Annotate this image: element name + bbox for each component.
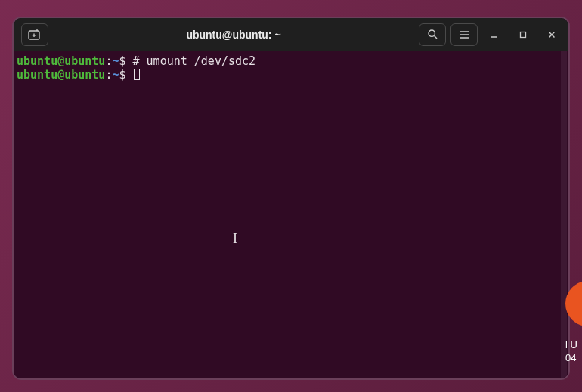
desktop-icon[interactable]: l U 04 <box>565 281 582 372</box>
command-text: # umount /dev/sdc2 <box>133 54 256 68</box>
menu-icon <box>459 30 469 39</box>
svg-line-6 <box>434 36 437 39</box>
terminal-line: ubuntu@ubuntu:~$ <box>17 68 565 82</box>
prompt-user: ubuntu@ubuntu <box>17 68 105 82</box>
new-tab-icon <box>28 29 42 41</box>
search-icon <box>427 29 438 40</box>
text-cursor-icon: I <box>233 232 237 245</box>
close-button[interactable] <box>540 23 564 46</box>
minimize-icon <box>491 31 498 39</box>
search-button[interactable] <box>419 23 446 46</box>
maximize-icon <box>519 31 527 39</box>
minimize-button[interactable] <box>482 23 506 46</box>
terminal-line: ubuntu@ubuntu:~$ # umount /dev/sdc2 <box>17 54 565 68</box>
titlebar-right-controls <box>419 23 564 46</box>
prompt-dollar: $ <box>119 54 132 68</box>
window-title: ubuntu@ubuntu: ~ <box>51 29 416 41</box>
svg-point-5 <box>429 30 435 36</box>
terminal-body[interactable]: ubuntu@ubuntu:~$ # umount /dev/sdc2 ubun… <box>14 51 568 378</box>
close-icon <box>548 31 556 39</box>
prompt-dollar: $ <box>119 68 132 82</box>
ubuntu-logo-icon <box>565 281 582 326</box>
cursor <box>134 69 140 80</box>
new-tab-button[interactable] <box>21 23 48 46</box>
terminal-window: ubuntu@ubuntu: ~ <box>12 17 570 380</box>
svg-rect-11 <box>521 32 526 37</box>
desktop-icon-label: l U 04 <box>565 338 577 364</box>
prompt-user: ubuntu@ubuntu <box>17 54 105 68</box>
menu-button[interactable] <box>450 23 478 46</box>
maximize-button[interactable] <box>511 23 535 46</box>
titlebar: ubuntu@ubuntu: ~ <box>14 18 568 51</box>
